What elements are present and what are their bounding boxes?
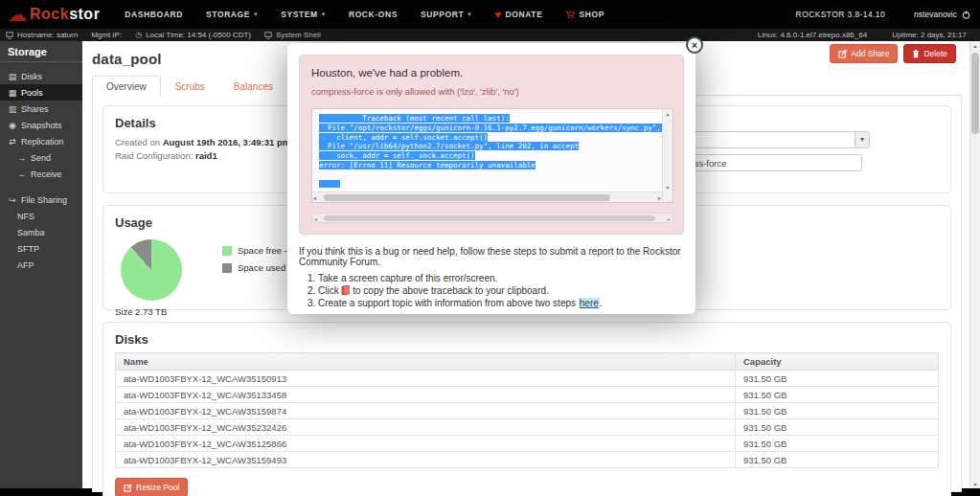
chevron-down-icon: ▾ — [322, 11, 326, 18]
scrollbar-thumb[interactable] — [324, 194, 610, 201]
column-header-name[interactable]: Name — [116, 353, 736, 371]
sidebar-item-file-sharing[interactable]: ↪File Sharing — [0, 192, 82, 208]
step-2: Click to copy the above traceback to you… — [318, 285, 684, 297]
nav-item-shop[interactable]: SHOP — [565, 10, 604, 19]
sidebar-items: ▤Disks▦Pools▥Shares◉Snapshots⇄Replicatio… — [0, 68, 82, 273]
selection-block — [319, 180, 340, 188]
disk-capacity-cell: 931.50 GB — [736, 452, 939, 468]
tab-overview[interactable]: Overview — [92, 76, 161, 97]
clipboard-copy-icon[interactable] — [341, 285, 350, 296]
scrollbar-thumb[interactable] — [971, 53, 979, 134]
nav-right: ROCKSTOR 3.8-14.10 nstevanovic — [796, 10, 970, 19]
created-value: August 19th 2016, 3:49:31 pm — [163, 137, 291, 147]
traceback-vscrollbar[interactable]: ▴ ▾ — [662, 109, 672, 202]
sidebar: Storage ▤Disks▦Pools▥Shares◉Snapshots⇄Re… — [0, 41, 82, 488]
cloud-logo-icon: ☁ — [8, 5, 27, 24]
scroll-up-icon[interactable]: ▴ — [663, 110, 672, 117]
table-row[interactable]: ata-WD1003FBYX-12_WCAW35232426931.50 GB — [116, 419, 939, 436]
nav-item-system[interactable]: SYSTEM▾ — [281, 10, 326, 19]
sidebar-item-replication[interactable]: ⇄Replication — [0, 133, 82, 149]
scroll-left-icon[interactable]: ◂ — [313, 194, 316, 201]
here-link[interactable]: here — [579, 298, 600, 308]
user-menu[interactable]: nstevanovic — [914, 10, 970, 19]
nav-item-rock-ons[interactable]: ROCK-ONS — [349, 10, 398, 19]
nav-item-support[interactable]: SUPPORT▾ — [421, 10, 471, 19]
sidebar-item-sftp[interactable]: SFTP — [0, 240, 82, 257]
table-row[interactable]: ata-WD1003FBYX-12_WCAW35150913931.50 GB — [116, 371, 939, 387]
file-sharing-icon: ↪ — [8, 195, 17, 205]
sidebar-item-send[interactable]: →Send — [0, 149, 82, 166]
table-row[interactable]: ata-WD1003FBYX-12_WCAW35125866931.50 GB — [116, 436, 939, 452]
pools-icon: ▦ — [8, 88, 17, 98]
add-share-button[interactable]: Add Share — [830, 44, 898, 63]
table-row[interactable]: ata-WD1003FBYX-12_WCAW35159493931.50 GB — [116, 452, 939, 468]
column-header-capacity[interactable]: Capacity — [736, 353, 939, 371]
heart-icon: ♥ — [494, 9, 501, 20]
sidebar-item-receive[interactable]: ←Receive — [0, 166, 82, 182]
scroll-down-icon[interactable]: ▾ — [663, 184, 672, 191]
table-row[interactable]: ata-WD1003FBYX-12_WCAW35159874931.50 GB — [116, 403, 939, 419]
scroll-right-icon[interactable]: ▸ — [668, 215, 671, 222]
page-scrollbar[interactable]: ▴ ▾ — [969, 41, 980, 488]
disks-panel: Disks NameCapacity ata-WD1003FBYX-12_WCA… — [103, 322, 951, 496]
sidebar-item-label: Shares — [21, 104, 49, 114]
table-row[interactable]: ata-WD1003FBYX-12_WCAW35133458931.50 GB — [116, 387, 939, 403]
scrollbar-thumb[interactable] — [324, 215, 655, 221]
traceback-line: File "/usr/lib64/python2.7/socket.py", l… — [319, 142, 657, 151]
created-label: Created on — [115, 137, 160, 147]
step-1: Take a screen capture of this error/scre… — [318, 273, 684, 284]
scroll-down-icon[interactable]: ▾ — [970, 481, 980, 487]
error-subtitle: compress-force is only allowed with ('lz… — [311, 86, 673, 97]
scroll-left-icon[interactable]: ◂ — [314, 215, 317, 222]
sidebar-item-samba[interactable]: Samba — [0, 224, 82, 240]
nav-item-label: STORAGE — [206, 10, 250, 19]
scroll-right-icon[interactable]: ▸ — [658, 194, 661, 201]
sidebar-item-disks[interactable]: ▤Disks — [0, 68, 82, 84]
delete-button[interactable]: Delete — [903, 44, 956, 63]
sidebar-item-nfs[interactable]: NFS — [0, 208, 82, 224]
sidebar-item-shares[interactable]: ▥Shares — [0, 101, 82, 117]
sidebar-item-label: NFS — [17, 212, 34, 221]
cart-icon — [565, 11, 575, 19]
sidebar-item-afp[interactable]: AFP — [0, 257, 82, 273]
sidebar-item-snapshots[interactable]: ◉Snapshots — [0, 117, 82, 133]
nav-item-label: SYSTEM — [281, 10, 318, 19]
tab-scrubs[interactable]: Scrubs — [161, 76, 219, 97]
nav-item-storage[interactable]: STORAGE▾ — [206, 10, 258, 19]
mgmt-ip-group: Mgmt IP: — [91, 31, 122, 39]
nav-item-label: SUPPORT — [421, 10, 464, 19]
resize-pool-button[interactable]: Resize Pool — [115, 478, 188, 496]
traceback-line: error: [Errno 11] Resource temporarily u… — [319, 161, 657, 170]
traceback-hscrollbar[interactable]: ◂ ▸ — [312, 192, 662, 202]
nav-item-donate[interactable]: ♥DONATE — [494, 9, 542, 20]
nav-item-dashboard[interactable]: DASHBOARD — [125, 10, 183, 19]
disk-capacity-cell: 931.50 GB — [736, 419, 939, 436]
system-shell-group[interactable]: System Shell — [264, 31, 321, 39]
scroll-up-icon[interactable]: ▴ — [970, 42, 980, 49]
traceback-box[interactable]: Traceback (most recent call last): File … — [311, 108, 673, 203]
step-3: Create a support topic with information … — [318, 298, 684, 309]
tab-balances[interactable]: Balances — [219, 76, 287, 97]
disks-table: NameCapacity ata-WD1003FBYX-12_WCAW35150… — [115, 352, 939, 468]
sidebar-item-label: Snapshots — [21, 121, 62, 130]
rockstor-logo[interactable]: ☁ Rockstor — [8, 5, 100, 24]
sidebar-item-pools[interactable]: ▦Pools — [0, 84, 82, 101]
alert-hscrollbar[interactable]: ◂ ▸ — [311, 213, 673, 223]
raid-value: raid1 — [195, 150, 217, 161]
local-time-group: ◷ Local Time: 14:54 (-0500 CDT) — [135, 31, 251, 39]
sidebar-item-label: Pools — [21, 88, 43, 98]
traceback-line: sock, addr = self._sock.accept() — [319, 151, 657, 161]
monitor-icon — [6, 32, 13, 39]
clock-icon: ◷ — [135, 31, 142, 39]
disk-name-cell: ata-WD1003FBYX-12_WCAW35159493 — [116, 452, 736, 468]
edit-icon — [124, 484, 132, 492]
sidebar-item-label: Send — [31, 153, 51, 163]
sidebar-item-label: AFP — [17, 260, 34, 270]
close-icon[interactable]: × — [686, 36, 703, 54]
sidebar-item-label: Replication — [21, 137, 64, 147]
usage-pie-chart — [121, 239, 182, 301]
version-label: ROCKSTOR 3.8-14.10 — [796, 10, 886, 19]
disk-capacity-cell: 931.50 GB — [736, 403, 939, 419]
nav-item-label: DONATE — [506, 10, 543, 19]
mgmt-ip-label: Mgmt IP: — [91, 31, 122, 39]
